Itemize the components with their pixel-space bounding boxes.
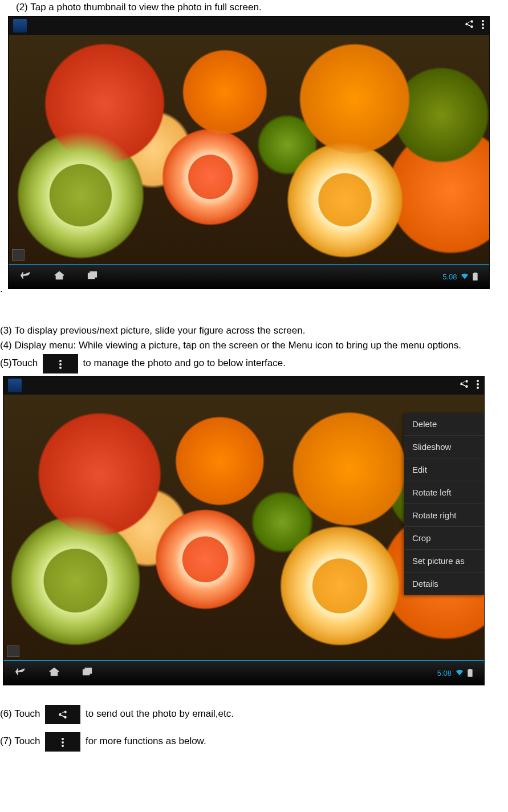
screenshot-1: 5.08 — [8, 16, 490, 289]
share-icon-2[interactable] — [459, 379, 469, 392]
svg-point-18 — [62, 741, 64, 744]
system-nav-bar-2: 5:08 — [3, 660, 484, 685]
step-5-after: to manage the photo and go to below inte… — [83, 358, 286, 369]
home-icon-2[interactable] — [48, 667, 60, 680]
svg-point-7 — [59, 360, 62, 362]
svg-rect-15 — [468, 670, 472, 676]
photo-viewport[interactable] — [9, 35, 489, 264]
svg-point-0 — [482, 20, 484, 22]
filmstrip-icon[interactable] — [12, 249, 25, 261]
inline-menu-dots-icon[interactable] — [43, 354, 78, 373]
step-5-before: (5)Touch — [0, 358, 38, 369]
photo-top-bar-2 — [3, 376, 484, 395]
wifi-icon — [460, 273, 469, 280]
svg-point-2 — [482, 27, 484, 29]
back-icon-2[interactable] — [15, 667, 27, 680]
svg-rect-6 — [474, 273, 477, 274]
inline-menu-dots-icon-2[interactable] — [45, 732, 80, 752]
step-3-text: (3) To display previous/next picture, sl… — [0, 323, 508, 338]
step-7-after: for more functions as below. — [86, 736, 206, 747]
svg-point-8 — [59, 363, 62, 366]
svg-rect-4 — [91, 271, 97, 277]
photo-context-menu: Delete Slideshow Edit Rotate left Rotate… — [404, 413, 484, 595]
menu-dots-icon-2[interactable] — [476, 379, 479, 392]
svg-point-9 — [59, 367, 62, 369]
step-2-text: (2) Tap a photo thumbnail to view the ph… — [0, 0, 508, 15]
menu-item-rotate-right[interactable]: Rotate right — [404, 504, 484, 527]
menu-item-delete[interactable]: Delete — [404, 413, 484, 436]
home-icon[interactable] — [53, 270, 66, 283]
photo-viewport-2[interactable]: Delete Slideshow Edit Rotate left Rotate… — [3, 395, 484, 660]
gallery-app-icon-2[interactable] — [8, 379, 22, 392]
svg-point-10 — [477, 380, 479, 382]
share-icon[interactable] — [464, 19, 474, 33]
filmstrip-icon-2[interactable] — [7, 645, 19, 657]
svg-point-12 — [477, 387, 479, 389]
step-5-line: (5)Touch to manage the photo and go to b… — [0, 353, 508, 375]
svg-point-1 — [482, 23, 484, 26]
battery-icon-2 — [468, 669, 473, 677]
step-7-line: (7) Touch for more functions as below. — [0, 731, 508, 753]
recent-apps-icon-2[interactable] — [81, 667, 94, 680]
status-time: 5.08 — [442, 273, 457, 281]
screenshot-2: Delete Slideshow Edit Rotate left Rotate… — [3, 376, 505, 685]
step-4-text: (4) Display menu: While viewing a pictur… — [0, 338, 508, 353]
recent-apps-icon[interactable] — [86, 270, 99, 283]
back-icon[interactable] — [20, 270, 32, 283]
inline-share-icon[interactable] — [45, 705, 80, 724]
step-6-line: (6) Touch to send out the photo by email… — [0, 704, 508, 725]
svg-rect-14 — [85, 668, 91, 673]
menu-item-slideshow[interactable]: Slideshow — [404, 436, 484, 458]
menu-dots-icon[interactable] — [481, 19, 485, 33]
svg-rect-16 — [469, 669, 472, 670]
svg-point-17 — [62, 738, 64, 740]
menu-item-details[interactable]: Details — [404, 573, 484, 595]
gallery-app-icon[interactable] — [13, 19, 27, 33]
battery-icon — [473, 273, 478, 281]
svg-rect-5 — [473, 274, 477, 280]
fruit-photo — [9, 35, 489, 264]
svg-point-19 — [62, 745, 64, 747]
menu-item-crop[interactable]: Crop — [404, 527, 484, 550]
leading-dot: . — [0, 283, 3, 294]
status-time-2: 5:08 — [437, 669, 452, 677]
menu-item-set-picture-as[interactable]: Set picture as — [404, 550, 484, 573]
menu-item-edit[interactable]: Edit — [404, 458, 484, 481]
svg-point-11 — [477, 383, 479, 385]
step-6-before: (6) Touch — [0, 709, 43, 720]
step-7-before: (7) Touch — [0, 736, 43, 747]
system-nav-bar: 5.08 — [9, 264, 489, 289]
photo-top-bar — [9, 17, 489, 35]
step-6-after: to send out the photo by email,etc. — [86, 709, 234, 720]
wifi-icon-2 — [455, 669, 464, 676]
menu-item-rotate-left[interactable]: Rotate left — [404, 481, 484, 504]
